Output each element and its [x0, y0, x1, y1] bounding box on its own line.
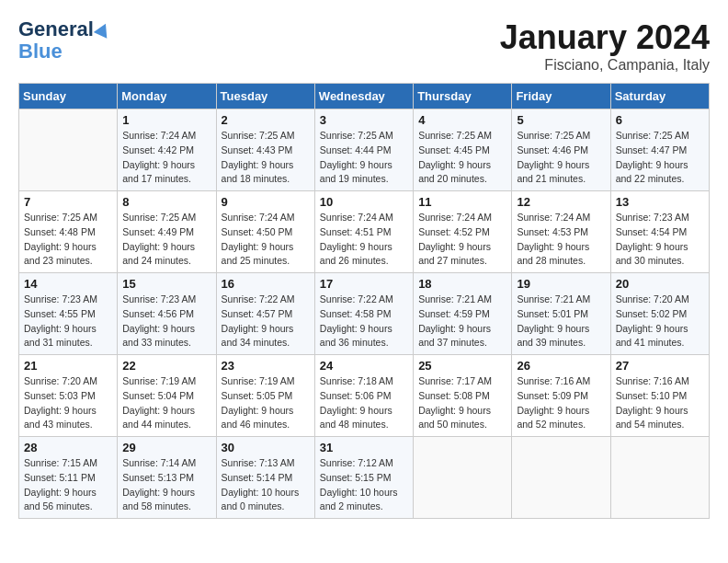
calendar-cell: 16Sunrise: 7:22 AMSunset: 4:57 PMDayligh… [216, 273, 314, 355]
day-info: Sunrise: 7:18 AMSunset: 5:06 PMDaylight:… [320, 374, 408, 432]
calendar-cell: 6Sunrise: 7:25 AMSunset: 4:47 PMDaylight… [610, 109, 709, 191]
calendar-header-row: SundayMondayTuesdayWednesdayThursdayFrid… [19, 84, 710, 109]
calendar-cell: 22Sunrise: 7:19 AMSunset: 5:04 PMDayligh… [118, 355, 216, 437]
calendar-cell: 24Sunrise: 7:18 AMSunset: 5:06 PMDayligh… [314, 355, 413, 437]
calendar-header-monday: Monday [118, 84, 216, 109]
day-info: Sunrise: 7:25 AMSunset: 4:49 PMDaylight:… [122, 211, 210, 269]
calendar-cell: 4Sunrise: 7:25 AMSunset: 4:45 PMDaylight… [414, 109, 512, 191]
day-number: 5 [517, 113, 605, 127]
day-number: 16 [222, 277, 310, 291]
calendar-cell [512, 437, 610, 519]
day-info: Sunrise: 7:21 AMSunset: 5:01 PMDaylight:… [517, 293, 605, 350]
day-info: Sunrise: 7:25 AMSunset: 4:47 PMDaylight:… [616, 129, 704, 187]
day-number: 28 [24, 441, 112, 454]
calendar-cell: 19Sunrise: 7:21 AMSunset: 5:01 PMDayligh… [512, 273, 610, 355]
calendar-week-row: 7Sunrise: 7:25 AMSunset: 4:48 PMDaylight… [19, 191, 710, 273]
day-info: Sunrise: 7:24 AMSunset: 4:50 PMDaylight:… [222, 211, 310, 269]
calendar-week-row: 1Sunrise: 7:24 AMSunset: 4:42 PMDaylight… [19, 109, 710, 191]
day-info: Sunrise: 7:23 AMSunset: 4:55 PMDaylight:… [24, 293, 112, 350]
day-info: Sunrise: 7:19 AMSunset: 5:05 PMDaylight:… [222, 374, 310, 432]
day-number: 1 [122, 113, 210, 127]
calendar-cell: 17Sunrise: 7:22 AMSunset: 4:58 PMDayligh… [314, 273, 413, 355]
day-info: Sunrise: 7:25 AMSunset: 4:44 PMDaylight:… [320, 129, 408, 187]
calendar-cell: 30Sunrise: 7:13 AMSunset: 5:14 PMDayligh… [216, 437, 314, 519]
calendar-cell: 29Sunrise: 7:14 AMSunset: 5:13 PMDayligh… [118, 437, 216, 519]
day-info: Sunrise: 7:25 AMSunset: 4:45 PMDaylight:… [418, 129, 506, 187]
day-info: Sunrise: 7:15 AMSunset: 5:11 PMDaylight:… [24, 456, 112, 514]
calendar-cell: 12Sunrise: 7:24 AMSunset: 4:53 PMDayligh… [512, 191, 610, 273]
day-number: 21 [24, 359, 112, 373]
day-number: 24 [320, 359, 408, 373]
day-number: 6 [616, 113, 704, 127]
day-info: Sunrise: 7:16 AMSunset: 5:09 PMDaylight:… [517, 374, 605, 432]
calendar-header-sunday: Sunday [19, 84, 118, 109]
calendar-cell: 26Sunrise: 7:16 AMSunset: 5:09 PMDayligh… [512, 355, 610, 437]
calendar-header-thursday: Thursday [414, 84, 512, 109]
calendar-cell [414, 437, 512, 519]
calendar-header-tuesday: Tuesday [216, 84, 314, 109]
calendar-cell: 15Sunrise: 7:23 AMSunset: 4:56 PMDayligh… [118, 273, 216, 355]
logo: General Blue [18, 18, 110, 63]
day-info: Sunrise: 7:24 AMSunset: 4:52 PMDaylight:… [418, 211, 506, 269]
logo-general: General [18, 18, 94, 40]
day-info: Sunrise: 7:24 AMSunset: 4:42 PMDaylight:… [122, 129, 210, 187]
day-number: 23 [222, 359, 310, 373]
calendar-cell: 31Sunrise: 7:12 AMSunset: 5:15 PMDayligh… [314, 437, 413, 519]
title-block: January 2024 Fisciano, Campania, Italy [500, 18, 710, 74]
calendar-table: SundayMondayTuesdayWednesdayThursdayFrid… [18, 83, 710, 519]
calendar-week-row: 14Sunrise: 7:23 AMSunset: 4:55 PMDayligh… [19, 273, 710, 355]
logo-triangle-icon [94, 20, 112, 38]
day-number: 9 [222, 195, 310, 209]
day-number: 22 [122, 359, 210, 373]
calendar-cell: 11Sunrise: 7:24 AMSunset: 4:52 PMDayligh… [414, 191, 512, 273]
day-info: Sunrise: 7:20 AMSunset: 5:02 PMDaylight:… [616, 293, 704, 350]
calendar-cell: 25Sunrise: 7:17 AMSunset: 5:08 PMDayligh… [414, 355, 512, 437]
day-number: 11 [418, 195, 506, 209]
calendar-cell: 14Sunrise: 7:23 AMSunset: 4:55 PMDayligh… [19, 273, 118, 355]
calendar-cell: 21Sunrise: 7:20 AMSunset: 5:03 PMDayligh… [19, 355, 118, 437]
day-info: Sunrise: 7:13 AMSunset: 5:14 PMDaylight:… [222, 456, 310, 514]
day-info: Sunrise: 7:25 AMSunset: 4:48 PMDaylight:… [24, 211, 112, 269]
calendar-cell: 3Sunrise: 7:25 AMSunset: 4:44 PMDaylight… [314, 109, 413, 191]
day-info: Sunrise: 7:24 AMSunset: 4:53 PMDaylight:… [517, 211, 605, 269]
calendar-cell: 8Sunrise: 7:25 AMSunset: 4:49 PMDaylight… [118, 191, 216, 273]
day-info: Sunrise: 7:23 AMSunset: 4:56 PMDaylight:… [122, 293, 210, 350]
day-number: 18 [418, 277, 506, 291]
day-number: 19 [517, 277, 605, 291]
day-info: Sunrise: 7:17 AMSunset: 5:08 PMDaylight:… [418, 374, 506, 432]
day-info: Sunrise: 7:14 AMSunset: 5:13 PMDaylight:… [122, 456, 210, 514]
day-number: 13 [616, 195, 704, 209]
calendar-cell: 5Sunrise: 7:25 AMSunset: 4:46 PMDaylight… [512, 109, 610, 191]
day-number: 14 [24, 277, 112, 291]
calendar-cell: 18Sunrise: 7:21 AMSunset: 4:59 PMDayligh… [414, 273, 512, 355]
day-info: Sunrise: 7:24 AMSunset: 4:51 PMDaylight:… [320, 211, 408, 269]
day-number: 8 [122, 195, 210, 209]
day-number: 4 [418, 113, 506, 127]
day-info: Sunrise: 7:21 AMSunset: 4:59 PMDaylight:… [418, 293, 506, 350]
page-header: General Blue January 2024 Fisciano, Camp… [18, 18, 710, 74]
day-info: Sunrise: 7:12 AMSunset: 5:15 PMDaylight:… [320, 456, 408, 514]
calendar-cell: 10Sunrise: 7:24 AMSunset: 4:51 PMDayligh… [314, 191, 413, 273]
logo-blue: Blue [18, 40, 63, 63]
day-number: 29 [122, 441, 210, 454]
calendar-cell: 28Sunrise: 7:15 AMSunset: 5:11 PMDayligh… [19, 437, 118, 519]
day-number: 3 [320, 113, 408, 127]
calendar-cell: 2Sunrise: 7:25 AMSunset: 4:43 PMDaylight… [216, 109, 314, 191]
calendar-week-row: 21Sunrise: 7:20 AMSunset: 5:03 PMDayligh… [19, 355, 710, 437]
calendar-header-friday: Friday [512, 84, 610, 109]
calendar-cell [610, 437, 709, 519]
day-info: Sunrise: 7:19 AMSunset: 5:04 PMDaylight:… [122, 374, 210, 432]
day-info: Sunrise: 7:22 AMSunset: 4:58 PMDaylight:… [320, 293, 408, 350]
day-number: 25 [418, 359, 506, 373]
day-info: Sunrise: 7:22 AMSunset: 4:57 PMDaylight:… [222, 293, 310, 350]
day-number: 7 [24, 195, 112, 209]
day-number: 15 [122, 277, 210, 291]
day-number: 20 [616, 277, 704, 291]
day-number: 30 [222, 441, 310, 454]
day-number: 10 [320, 195, 408, 209]
day-info: Sunrise: 7:25 AMSunset: 4:43 PMDaylight:… [222, 129, 310, 187]
calendar-cell [19, 109, 118, 191]
calendar-cell: 13Sunrise: 7:23 AMSunset: 4:54 PMDayligh… [610, 191, 709, 273]
calendar-subtitle: Fisciano, Campania, Italy [500, 57, 710, 74]
day-number: 2 [222, 113, 310, 127]
